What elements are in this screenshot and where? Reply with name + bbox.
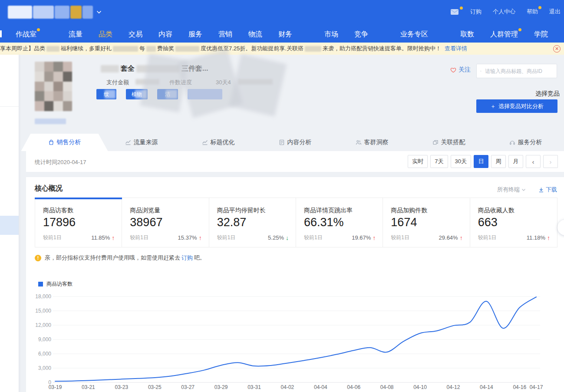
range-button-realtime[interactable]: 实时 (408, 155, 428, 168)
chevron-down-icon (521, 188, 526, 191)
tab-service-analysis[interactable]: 服务分析 (487, 134, 564, 151)
svg-text:04-08: 04-08 (380, 384, 394, 390)
subscribe-inline-link[interactable]: 订购 (181, 254, 193, 261)
metric-card-add-cart[interactable]: 商品加购件数 1674 较前1日29.64% (383, 198, 470, 247)
nav-item-content[interactable]: 内容 (158, 30, 172, 39)
stat-time-label: 统计时间2020-04-17 (35, 158, 86, 166)
nav-item-war-room[interactable]: 作战室 (16, 30, 36, 39)
blurred-product-link[interactable] (35, 119, 66, 124)
blurred-text (101, 65, 119, 72)
next-date-button[interactable]: › (543, 155, 558, 168)
blurred-text (46, 46, 59, 52)
tab-content-analysis[interactable]: 内容分析 (257, 134, 333, 151)
blurred-text (113, 46, 138, 52)
tag-chip: 洁 (157, 89, 178, 99)
blurred-text (136, 65, 180, 72)
svg-text:6,000: 6,000 (38, 351, 51, 357)
notification-dot (538, 6, 541, 9)
nav-item-finance[interactable]: 财务 (278, 30, 292, 39)
banner-detail-link[interactable]: 查看详情 (445, 45, 467, 53)
nav-item-competition[interactable]: 竞争 (354, 30, 368, 39)
svg-text:03-21: 03-21 (82, 384, 95, 390)
paid-feature-notice: ! 亲，部分指标仅支持付费用户使用哦，如需使用赶紧去订购吧。 (35, 254, 205, 262)
nav-item-service[interactable]: 服务 (188, 30, 202, 39)
range-button-7d[interactable]: 7天 (430, 155, 448, 168)
help-link[interactable]: 帮助 (527, 8, 538, 16)
clipped-nav-item-fragment (0, 30, 2, 37)
nav-item-marketing[interactable]: 营销 (218, 30, 232, 39)
metric-card-bounce-rate[interactable]: 商品详情页跳出率 66.31% 较前1日19.67% (296, 198, 383, 247)
up-arrow-icon (460, 234, 463, 241)
banner-close-icon[interactable]: ✕ (553, 45, 561, 53)
metric-card-favorites[interactable]: 商品收藏人数 663 较前1日11.18% (470, 198, 557, 247)
overlap-squares-icon (432, 139, 439, 145)
notification-dot (460, 7, 463, 10)
blurred-tag-chip (188, 89, 222, 99)
prev-date-button[interactable]: ‹ (526, 155, 541, 168)
tab-traffic-source[interactable]: 流量来源 (103, 134, 180, 151)
core-overview-panel: 核心概况 所有终端 下载 商品访客数 17896 较前1日11.85% 商品浏览… (26, 177, 564, 392)
nav-item-data-extract[interactable]: 取数 (460, 30, 474, 39)
metric-card-visitors[interactable]: 商品访客数 17896 较前1日11.85% (35, 198, 122, 247)
sidebar-divider (0, 106, 19, 107)
blurred-text (175, 46, 199, 52)
svg-text:12,000: 12,000 (35, 322, 51, 328)
plus-icon: ＋ (490, 102, 496, 110)
sidebar-active-item[interactable] (0, 216, 19, 235)
logout-link[interactable]: 退出 (549, 8, 561, 16)
main-nav: 作战室 流量 品类 交易 内容 服务 营销 物流 财务 市场 竞争 业务专区 取… (0, 26, 564, 43)
svg-text:03-29: 03-29 (214, 384, 228, 390)
range-button-day[interactable]: 日 (474, 155, 488, 168)
metric-card-pageviews[interactable]: 商品浏览量 38967 较前1日15.37% (122, 198, 209, 247)
headset-icon (509, 139, 515, 145)
notification-dot (37, 28, 40, 31)
tab-association-match[interactable]: 关联搭配 (410, 134, 487, 151)
tab-customer-insight[interactable]: 客群洞察 (333, 134, 410, 151)
svg-text:04-16: 04-16 (513, 384, 526, 390)
top-bar: 订购 个人中心 帮助 退出 (0, 0, 564, 26)
svg-text:3,000: 3,000 (38, 365, 51, 371)
stat-label-30day: 30天4 (216, 79, 231, 86)
blurred-product-image[interactable] (35, 62, 72, 111)
svg-text:04-12: 04-12 (447, 384, 460, 390)
terminal-filter-dropdown[interactable]: 所有终端 (497, 186, 526, 194)
message-icon[interactable] (450, 9, 459, 15)
nav-item-market[interactable]: 市场 (324, 30, 338, 39)
product-title: 套全 三件套... (99, 64, 208, 73)
chart-legend: 商品访客数 (38, 280, 73, 288)
compare-competitor-button[interactable]: ＋ 选择竞品对比分析 (476, 99, 557, 113)
blurred-text (305, 46, 321, 52)
range-button-30d[interactable]: 30天 (451, 155, 471, 168)
nav-item-trade[interactable]: 交易 (129, 30, 142, 39)
follow-button[interactable]: 关注 (450, 66, 471, 74)
subscribe-link[interactable]: 订购 (470, 8, 482, 16)
tab-title-optimization[interactable]: 标题优化 (180, 134, 257, 151)
warning-icon: ! (35, 255, 41, 261)
tab-sales-analysis[interactable]: 销售分析 (26, 134, 103, 151)
range-button-month[interactable]: 月 (508, 155, 523, 168)
people-icon (356, 139, 362, 145)
range-button-week[interactable]: 周 (491, 155, 506, 168)
collapsed-sidebar[interactable] (0, 55, 19, 392)
nav-item-crowd-management[interactable]: 人群管理 (490, 30, 518, 39)
chevron-down-icon[interactable] (96, 10, 102, 14)
nav-item-category[interactable]: 品类 (99, 30, 112, 39)
svg-text:03-27: 03-27 (181, 384, 195, 390)
nav-item-traffic[interactable]: 流量 (69, 30, 82, 39)
nav-item-logistics[interactable]: 物流 (248, 30, 262, 39)
download-link[interactable]: 下载 (538, 186, 557, 194)
stat-label-pay-amount: 支付金额 (106, 79, 129, 86)
product-search (476, 64, 557, 78)
nav-item-business-zone[interactable]: 业务专区 (400, 30, 428, 39)
svg-text:04-02: 04-02 (281, 384, 294, 390)
date-range-group: 实时 7天 30天 日 周 月 ‹ › (408, 155, 558, 168)
personal-center-link[interactable]: 个人中心 (493, 8, 515, 16)
svg-text:04-06: 04-06 (347, 384, 360, 390)
visitors-trend-chart[interactable]: 03,0006,0009,00012,00015,00018,00003-190… (26, 288, 564, 391)
nav-item-academy[interactable]: 学院 (534, 30, 548, 39)
search-input[interactable] (484, 68, 553, 75)
svg-text:03-19: 03-19 (49, 384, 62, 390)
metric-card-avg-stay[interactable]: 商品平均停留时长 32.87 较前1日5.25% (209, 198, 296, 247)
line-chart-icon (202, 139, 208, 145)
svg-text:03-25: 03-25 (148, 384, 162, 390)
